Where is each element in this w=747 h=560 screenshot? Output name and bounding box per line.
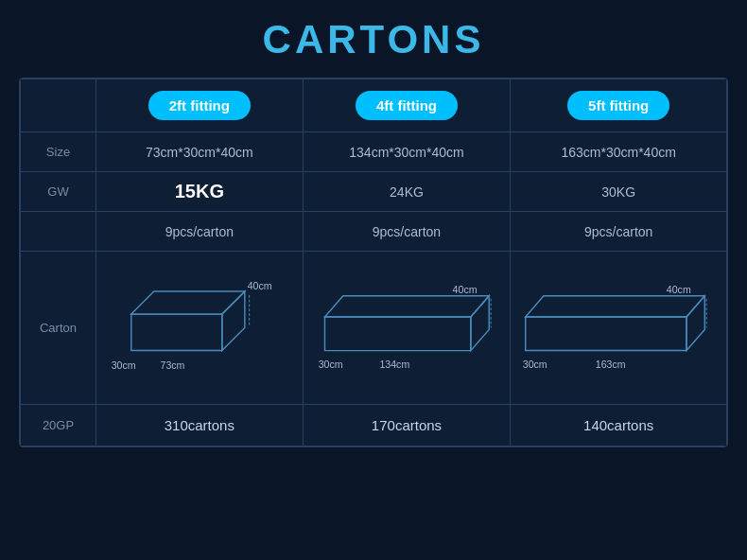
box-5ft: 40cm 163cm 30cm (518, 259, 719, 396)
size-4ft: 134cm*30cm*40cm (303, 132, 511, 172)
size-2ft: 73cm*30cm*40cm (96, 132, 304, 172)
box-2ft: 40cm 73cm 30cm (104, 259, 295, 396)
svg-text:134cm: 134cm (379, 359, 409, 370)
header-row: 2ft fitting 4ft fitting 5ft fitting (21, 79, 727, 132)
gp20-label: 20GP (21, 405, 96, 446)
carton-label: Carton (21, 252, 96, 405)
gw-5ft: 30KG (511, 172, 727, 212)
svg-marker-7 (324, 317, 470, 351)
svg-marker-14 (526, 317, 686, 351)
gw-2ft-value: 15KG (175, 181, 224, 201)
svg-text:73cm: 73cm (161, 359, 185, 371)
svg-marker-8 (324, 296, 489, 317)
badge-5ft: 5ft fitting (567, 91, 669, 120)
pcs-4ft: 9pcs/carton (303, 212, 511, 252)
header-2ft: 2ft fitting (96, 79, 304, 132)
badge-4ft: 4ft fitting (356, 91, 458, 120)
gw-2ft: 15KG (96, 172, 304, 212)
carton-row: Carton 40cm (21, 252, 727, 405)
badge-2ft: 2ft fitting (148, 91, 251, 120)
size-5ft: 163cm*30cm*40cm (511, 132, 727, 172)
pcs-2ft: 9pcs/carton (96, 212, 304, 252)
gp20-2ft: 310cartons (96, 405, 304, 446)
svg-marker-9 (471, 296, 489, 351)
header-empty (21, 79, 96, 132)
gw-label: GW (21, 172, 96, 212)
svg-text:40cm: 40cm (248, 280, 272, 291)
svg-marker-16 (686, 296, 704, 351)
size-label: Size (21, 132, 96, 172)
svg-marker-0 (131, 314, 222, 350)
svg-text:30cm: 30cm (112, 359, 136, 371)
gw-row: GW 15KG 24KG 30KG (21, 172, 727, 212)
svg-text:163cm: 163cm (596, 359, 626, 370)
svg-marker-1 (131, 291, 245, 314)
svg-text:30cm: 30cm (318, 359, 342, 370)
gp20-5ft: 140cartons (511, 405, 727, 446)
gw-4ft: 24KG (303, 172, 511, 212)
box-4ft: 40cm 134cm 30cm (311, 259, 503, 396)
svg-text:40cm: 40cm (667, 284, 691, 295)
svg-text:40cm: 40cm (452, 284, 477, 295)
gp20-4ft: 170cartons (303, 405, 511, 446)
pcs-row: 9pcs/carton 9pcs/carton 9pcs/carton (21, 212, 727, 252)
carton-5ft: 40cm 163cm 30cm (511, 252, 727, 405)
svg-text:30cm: 30cm (523, 359, 547, 370)
pcs-label (21, 212, 96, 252)
svg-marker-2 (222, 291, 245, 350)
gp20-row: 20GP 310cartons 170cartons 140cartons (21, 405, 727, 446)
cartons-table: 2ft fitting 4ft fitting 5ft fitting Size… (19, 78, 728, 447)
header-5ft: 5ft fitting (511, 79, 727, 132)
header-4ft: 4ft fitting (303, 79, 511, 132)
page-title: CARTONS (263, 17, 485, 62)
svg-marker-15 (526, 296, 705, 317)
size-row: Size 73cm*30cm*40cm 134cm*30cm*40cm 163c… (21, 132, 727, 172)
carton-2ft: 40cm 73cm 30cm (96, 252, 304, 405)
pcs-5ft: 9pcs/carton (511, 212, 727, 252)
carton-4ft: 40cm 134cm 30cm (303, 252, 511, 405)
